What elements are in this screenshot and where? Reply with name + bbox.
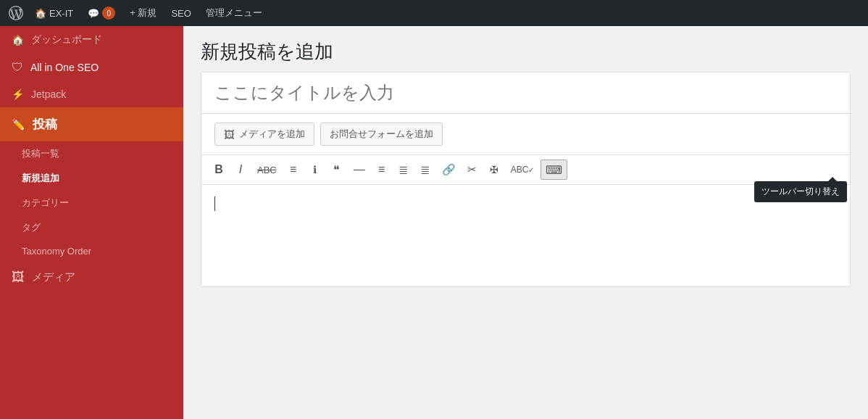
admin-bar-site[interactable]: 🏠 EX-IT bbox=[29, 0, 79, 26]
sidebar-item-jetpack[interactable]: ⚡ Jetpack bbox=[0, 81, 183, 107]
sidebar-item-posts-list[interactable]: 投稿一覧 bbox=[0, 141, 183, 166]
editor-toolbar: B I ABC ≡ ℹ ❝ — ≡ ≣ ≣ 🔗 ✂ ✠ ABC✓ ⌨ ツールバー… bbox=[201, 155, 850, 185]
button-row: 🖼 メディアを追加 お問合せフォームを追加 bbox=[201, 114, 850, 155]
insert-link-button[interactable]: 🔗 bbox=[437, 159, 461, 180]
table-button[interactable]: ✠ bbox=[484, 159, 504, 180]
sidebar-item-all-in-one-seo[interactable]: 🛡 All in One SEO bbox=[0, 54, 183, 81]
sidebar-item-taxonomy-order[interactable]: Taxonomy Order bbox=[0, 240, 183, 262]
jetpack-icon: ⚡ bbox=[12, 88, 24, 100]
align-left-button[interactable]: ≡ bbox=[372, 159, 392, 180]
add-form-button[interactable]: お問合せフォームを追加 bbox=[320, 123, 443, 146]
remove-link-button[interactable]: ✂ bbox=[462, 159, 483, 180]
admin-bar-new[interactable]: + 新規 bbox=[124, 0, 162, 26]
strikethrough-button[interactable]: ABC bbox=[252, 159, 282, 180]
wp-logo[interactable] bbox=[6, 3, 26, 23]
editor-area: 🖼 メディアを追加 お問合せフォームを追加 B I ABC ≡ ℹ ❝ — ≡ … bbox=[201, 72, 851, 287]
admin-bar-admin-menu[interactable]: 管理メニュー bbox=[200, 0, 268, 26]
sidebar-item-posts[interactable]: ✏️ 投稿 bbox=[0, 107, 183, 141]
bullet-list-button[interactable]: ≡ bbox=[283, 159, 304, 180]
italic-button[interactable]: I bbox=[230, 159, 251, 180]
editor-body[interactable] bbox=[201, 185, 850, 286]
shield-icon: 🛡 bbox=[12, 61, 23, 74]
toggle-toolbar-button[interactable]: ⌨ bbox=[541, 159, 567, 180]
post-title-input[interactable] bbox=[201, 72, 850, 114]
align-center-button[interactable]: ≣ bbox=[393, 159, 414, 180]
bold-button[interactable]: B bbox=[209, 159, 229, 180]
align-right-button[interactable]: ≣ bbox=[415, 159, 435, 180]
media-icon: 🖼 bbox=[12, 270, 25, 285]
admin-bar-comments[interactable]: 💬 0 bbox=[82, 0, 121, 26]
admin-bar-seo[interactable]: SEO bbox=[165, 0, 196, 26]
main-layout: 🏠 ダッシュボード 🛡 All in One SEO ⚡ Jetpack ✏️ … bbox=[0, 26, 868, 419]
add-media-button[interactable]: 🖼 メディアを追加 bbox=[214, 123, 314, 146]
sidebar: 🏠 ダッシュボード 🛡 All in One SEO ⚡ Jetpack ✏️ … bbox=[0, 26, 183, 419]
sidebar-item-dashboard[interactable]: 🏠 ダッシュボード bbox=[0, 26, 183, 54]
page-header: 新規投稿を追加 bbox=[183, 26, 868, 72]
media-add-icon: 🖼 bbox=[224, 128, 235, 141]
posts-icon: ✏️ bbox=[12, 118, 25, 131]
admin-bar: 🏠 EX-IT 💬 0 + 新規 SEO 管理メニュー bbox=[0, 0, 868, 26]
spellcheck-button[interactable]: ABC✓ bbox=[506, 159, 540, 180]
sidebar-item-media[interactable]: 🖼 メディア bbox=[0, 262, 183, 292]
page-title: 新規投稿を追加 bbox=[201, 39, 851, 65]
comment-icon: 💬 bbox=[88, 8, 99, 19]
numbered-list-button[interactable]: ℹ bbox=[305, 159, 325, 180]
text-cursor bbox=[214, 196, 215, 211]
sidebar-item-categories[interactable]: カテゴリー bbox=[0, 191, 183, 215]
sidebar-item-new-post[interactable]: 新規追加 bbox=[0, 166, 183, 191]
home-icon: 🏠 bbox=[35, 8, 46, 19]
horizontal-rule-button[interactable]: — bbox=[349, 159, 370, 180]
content-area: 新規投稿を追加 🖼 メディアを追加 お問合せフォームを追加 B I ABC ≡ bbox=[183, 26, 868, 419]
sidebar-item-tags[interactable]: タグ bbox=[0, 215, 183, 240]
blockquote-button[interactable]: ❝ bbox=[327, 159, 347, 180]
dashboard-icon: 🏠 bbox=[12, 34, 24, 46]
